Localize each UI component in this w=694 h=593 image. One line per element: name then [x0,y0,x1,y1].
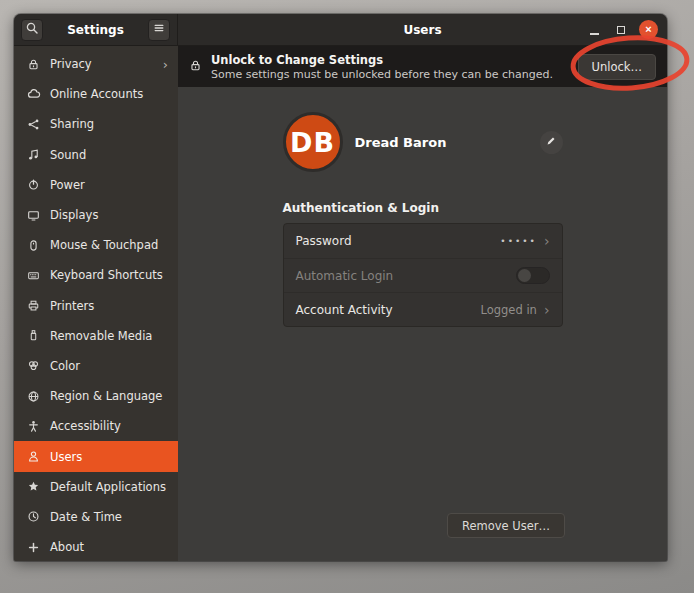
users-content: DB Dread Baron Authentication & Login Pa… [178,87,667,561]
sidebar-item-label: Displays [50,208,98,222]
sidebar-item-label: Privacy [50,57,92,71]
sidebar-item-label: Default Applications [50,480,166,494]
printer-icon [26,299,41,312]
sidebar-item-label: Date & Time [50,510,122,524]
clock-icon [26,510,41,523]
sidebar-item-label: Online Accounts [50,87,143,101]
avatar[interactable]: DB [283,112,343,172]
unlock-button[interactable]: Unlock… [578,54,656,80]
sidebar-item-label: Users [50,450,82,464]
about-icon [26,541,41,554]
sidebar-item-power[interactable]: Power [14,170,178,200]
sidebar-item-label: Region & Language [50,389,162,403]
sidebar-item-printers[interactable]: Printers [14,291,178,321]
hamburger-menu-icon [152,21,166,38]
main-headerbar: Users × [178,14,667,46]
sidebar-item-about[interactable]: About [14,532,178,561]
mouse-icon [26,239,41,252]
sidebar-item-default-applications[interactable]: Default Applications [14,472,178,502]
users-icon [26,450,41,463]
keyboard-icon [26,269,41,282]
sidebar-item-label: Removable Media [50,329,152,343]
auth-card: Password ••••• › Automatic Login Account… [283,223,563,327]
sidebar-item-label: Printers [50,299,94,313]
sidebar-item-mouse-touchpad[interactable]: Mouse & Touchpad [14,230,178,260]
search-icon [25,21,39,38]
banner-title: Unlock to Change Settings [211,53,553,67]
auth-section-title: Authentication & Login [283,201,563,215]
maximize-icon [617,26,625,34]
removable-media-icon [26,329,41,342]
sidebar-item-label: About [50,540,84,554]
lock-icon [26,58,41,71]
sidebar: Privacy › Online Accounts Sharing Sound … [14,46,178,561]
sidebar-headerbar: Settings [14,14,178,46]
minimize-icon [590,33,599,35]
power-icon [26,178,41,191]
automatic-login-toggle[interactable] [516,267,550,284]
sidebar-item-removable-media[interactable]: Removable Media [14,321,178,351]
search-button[interactable] [21,19,43,41]
share-icon [26,118,41,131]
sidebar-item-label: Sharing [50,117,94,131]
window-title: Settings [43,23,148,37]
row-label: Password [296,234,352,248]
main-panel: Unlock to Change Settings Some settings … [178,46,667,561]
lock-icon [189,57,202,76]
sidebar-item-accessibility[interactable]: Accessibility [14,411,178,441]
unlock-banner: Unlock to Change Settings Some settings … [178,46,667,87]
sidebar-item-label: Keyboard Shortcuts [50,268,163,282]
sidebar-item-date-time[interactable]: Date & Time [14,502,178,532]
chevron-right-icon: › [163,57,168,72]
close-button[interactable]: × [639,20,658,39]
window-controls: × [585,14,658,45]
chevron-right-icon: › [544,302,550,318]
toggle-knob [518,269,531,282]
banner-subtitle: Some settings must be unlocked before th… [211,68,553,81]
row-label: Automatic Login [296,269,394,283]
star-icon [26,480,41,493]
accessibility-icon [26,420,41,433]
sidebar-item-privacy[interactable]: Privacy › [14,49,178,79]
pencil-icon [545,135,557,150]
row-label: Account Activity [296,303,393,317]
remove-user-button[interactable]: Remove User… [447,513,565,538]
page-title: Users [403,23,441,37]
minimize-button[interactable] [585,21,603,39]
row-value: Logged in [481,303,537,317]
sidebar-item-label: Accessibility [50,419,121,433]
sidebar-item-color[interactable]: Color [14,351,178,381]
banner-text: Unlock to Change Settings Some settings … [211,53,553,81]
sidebar-item-users[interactable]: Users [14,441,178,471]
edit-name-button[interactable] [540,131,563,154]
user-name: Dread Baron [355,135,447,150]
row-value: ••••• [500,236,537,246]
sidebar-item-region-language[interactable]: Region & Language [14,381,178,411]
music-note-icon [26,148,41,161]
sidebar-item-label: Color [50,359,80,373]
settings-window: Settings Users × Privacy › Online Accoun… [14,14,667,561]
user-profile-row: DB Dread Baron [283,112,563,172]
sidebar-item-label: Power [50,178,85,192]
menu-button[interactable] [148,19,170,41]
maximize-button[interactable] [612,21,630,39]
row-automatic-login[interactable]: Automatic Login [284,258,562,292]
sidebar-item-online-accounts[interactable]: Online Accounts [14,79,178,109]
row-password[interactable]: Password ••••• › [284,224,562,258]
sidebar-item-label: Mouse & Touchpad [50,238,158,252]
display-icon [26,209,41,222]
cloud-icon [26,87,41,101]
sidebar-item-sharing[interactable]: Sharing [14,109,178,139]
color-icon [26,359,41,372]
sidebar-item-displays[interactable]: Displays [14,200,178,230]
row-account-activity[interactable]: Account Activity Logged in › [284,292,562,326]
sidebar-item-keyboard-shortcuts[interactable]: Keyboard Shortcuts [14,260,178,290]
sidebar-item-sound[interactable]: Sound [14,140,178,170]
globe-icon [26,390,41,403]
chevron-right-icon: › [544,233,550,249]
sidebar-item-label: Sound [50,148,86,162]
